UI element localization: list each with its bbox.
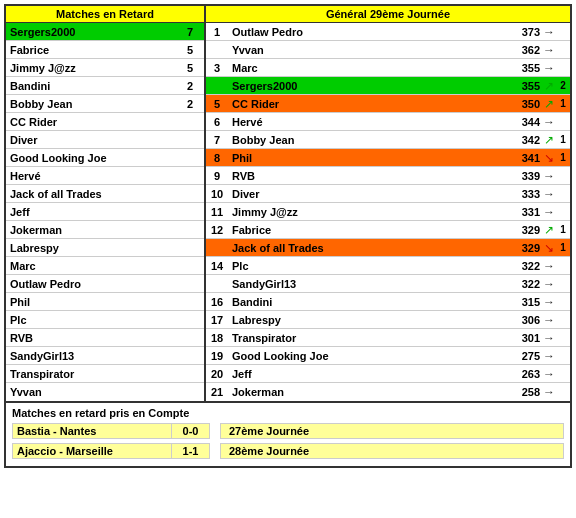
right-row-name: Good Looking Joe bbox=[228, 349, 510, 363]
match-score: 0-0 bbox=[172, 423, 210, 439]
right-row-arrow: → bbox=[542, 43, 556, 57]
right-row-arrow: → bbox=[542, 259, 556, 273]
right-row-arrow: ↗ bbox=[542, 79, 556, 93]
right-row-rank: 18 bbox=[206, 332, 228, 344]
right-row-diff: 2 bbox=[556, 80, 570, 91]
bottom-section: Matches en retard pris en Compte Bastia … bbox=[6, 403, 570, 466]
left-row-name: Transpirator bbox=[6, 367, 176, 381]
right-row-score: 306 bbox=[510, 314, 542, 326]
right-row-arrow: ↗ bbox=[542, 223, 556, 237]
match-journee: 28ème Journée bbox=[220, 443, 564, 459]
left-row-name: Marc bbox=[6, 259, 176, 273]
right-row: 10Diver333→ bbox=[206, 185, 570, 203]
match-name: Ajaccio - Marseille bbox=[12, 443, 172, 459]
left-row: Transpirator bbox=[6, 365, 204, 383]
right-row-arrow: ↗ bbox=[542, 133, 556, 147]
right-row: 12Fabrice329↗1 bbox=[206, 221, 570, 239]
left-row-score: 5 bbox=[176, 44, 204, 56]
left-row-name: RVB bbox=[6, 331, 176, 345]
right-row-name: Transpirator bbox=[228, 331, 510, 345]
right-row-rank: 12 bbox=[206, 224, 228, 236]
right-row: 16Bandini315→ bbox=[206, 293, 570, 311]
right-row-arrow: → bbox=[542, 367, 556, 381]
left-row-name: Sergers2000 bbox=[6, 25, 176, 39]
left-row-name: Good Looking Joe bbox=[6, 151, 176, 165]
right-row-score: 344 bbox=[510, 116, 542, 128]
right-row-name: Jimmy J@zz bbox=[228, 205, 510, 219]
right-panel: Général 29ème Journée 1Outlaw Pedro373→Y… bbox=[206, 6, 570, 401]
main-container: Matches en Retard Sergers20007Fabrice5Ji… bbox=[4, 4, 572, 468]
left-row: Marc bbox=[6, 257, 204, 275]
right-row-name: SandyGirl13 bbox=[228, 277, 510, 291]
right-row: Sergers2000355↗2 bbox=[206, 77, 570, 95]
bottom-title: Matches en retard pris en Compte bbox=[12, 407, 564, 419]
left-row-name: Jokerman bbox=[6, 223, 176, 237]
right-row-score: 350 bbox=[510, 98, 542, 110]
right-row-score: 315 bbox=[510, 296, 542, 308]
right-row: 9RVB339→ bbox=[206, 167, 570, 185]
right-row-name: RVB bbox=[228, 169, 510, 183]
left-row-name: Bobby Jean bbox=[6, 97, 176, 111]
right-row-name: Outlaw Pedro bbox=[228, 25, 510, 39]
left-row: Hervé bbox=[6, 167, 204, 185]
right-row-score: 373 bbox=[510, 26, 542, 38]
left-row: Jimmy J@zz5 bbox=[6, 59, 204, 77]
left-row: Outlaw Pedro bbox=[6, 275, 204, 293]
right-row-rank: 16 bbox=[206, 296, 228, 308]
left-row-name: Diver bbox=[6, 133, 176, 147]
right-row-diff: 1 bbox=[556, 98, 570, 109]
left-panel: Matches en Retard Sergers20007Fabrice5Ji… bbox=[6, 6, 206, 401]
right-row-arrow: ↗ bbox=[542, 97, 556, 111]
right-row-name: Bobby Jean bbox=[228, 133, 510, 147]
right-row-name: Marc bbox=[228, 61, 510, 75]
left-row-name: CC Rider bbox=[6, 115, 176, 129]
right-row-rank: 1 bbox=[206, 26, 228, 38]
right-row: 20Jeff263→ bbox=[206, 365, 570, 383]
right-row-name: Jack of all Trades bbox=[228, 241, 510, 255]
left-row-name: Plc bbox=[6, 313, 176, 327]
right-row: 14Plc322→ bbox=[206, 257, 570, 275]
match-row: Bastia - Nantes0-027ème Journée bbox=[12, 422, 564, 440]
right-row-score: 322 bbox=[510, 278, 542, 290]
right-row-score: 355 bbox=[510, 62, 542, 74]
top-section: Matches en Retard Sergers20007Fabrice5Ji… bbox=[6, 6, 570, 403]
left-row-name: Jimmy J@zz bbox=[6, 61, 176, 75]
right-row: 8Phil341↘1 bbox=[206, 149, 570, 167]
right-row-score: 362 bbox=[510, 44, 542, 56]
right-row-name: Yvvan bbox=[228, 43, 510, 57]
left-row: Good Looking Joe bbox=[6, 149, 204, 167]
right-row-rank: 14 bbox=[206, 260, 228, 272]
left-row-name: Outlaw Pedro bbox=[6, 277, 176, 291]
right-row-arrow: → bbox=[542, 331, 556, 345]
left-row: Jack of all Trades bbox=[6, 185, 204, 203]
right-row-arrow: → bbox=[542, 61, 556, 75]
right-row-name: Hervé bbox=[228, 115, 510, 129]
match-journee: 27ème Journée bbox=[220, 423, 564, 439]
right-row-name: Plc bbox=[228, 259, 510, 273]
right-row-arrow: → bbox=[542, 187, 556, 201]
left-row: SandyGirl13 bbox=[6, 347, 204, 365]
left-row-score: 2 bbox=[176, 98, 204, 110]
right-row-diff: 1 bbox=[556, 242, 570, 253]
right-row-diff: 1 bbox=[556, 224, 570, 235]
right-row-score: 301 bbox=[510, 332, 542, 344]
left-row-name: Jeff bbox=[6, 205, 176, 219]
right-row-rank: 5 bbox=[206, 98, 228, 110]
right-row-score: 339 bbox=[510, 170, 542, 182]
right-row-arrow: → bbox=[542, 313, 556, 327]
right-row: 18Transpirator301→ bbox=[206, 329, 570, 347]
right-row-diff: 1 bbox=[556, 134, 570, 145]
match-row: Ajaccio - Marseille1-128ème Journée bbox=[12, 442, 564, 460]
left-row: Labrespy bbox=[6, 239, 204, 257]
right-row: 19Good Looking Joe275→ bbox=[206, 347, 570, 365]
left-row: CC Rider bbox=[6, 113, 204, 131]
left-row: Fabrice5 bbox=[6, 41, 204, 59]
right-row: Yvvan362→ bbox=[206, 41, 570, 59]
left-row: Bandini2 bbox=[6, 77, 204, 95]
right-row: 7Bobby Jean342↗1 bbox=[206, 131, 570, 149]
right-row-score: 329 bbox=[510, 224, 542, 236]
left-row: Diver bbox=[6, 131, 204, 149]
right-row: SandyGirl13322→ bbox=[206, 275, 570, 293]
right-row-score: 342 bbox=[510, 134, 542, 146]
left-row-name: Bandini bbox=[6, 79, 176, 93]
